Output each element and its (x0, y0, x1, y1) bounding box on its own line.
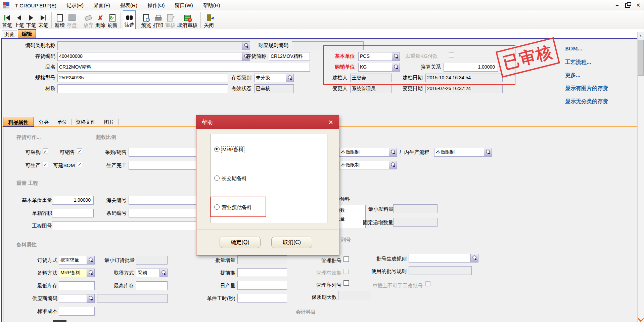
scrollbar-thumb[interactable] (638, 40, 644, 76)
minimize-button[interactable]: – (614, 2, 620, 8)
delete-button[interactable]: ✘ 删除 (94, 10, 106, 29)
batch-rule-field[interactable] (409, 254, 478, 263)
tab-browse[interactable]: 浏览 (2, 31, 17, 38)
subtab-qualification[interactable]: 资格文件 (72, 119, 100, 125)
lookup-icon[interactable] (242, 42, 250, 50)
subtab-category[interactable]: 分类 (35, 119, 53, 125)
scroll-up-icon[interactable]: ∧ (638, 32, 644, 40)
lookup-icon[interactable] (389, 161, 397, 169)
field-value: 250*240*35 (59, 75, 84, 80)
subtab-unit[interactable]: 单位 (53, 119, 72, 125)
lookup-icon[interactable] (286, 74, 293, 82)
box-volume-field[interactable] (52, 209, 94, 217)
next-record-button[interactable]: 下笔 (25, 10, 37, 29)
kg-pay-label: 以重量KG付款 (405, 53, 438, 59)
dialog-option-mrp-label[interactable]: MRP备料 (222, 147, 244, 153)
material-field[interactable] (57, 84, 228, 93)
prep-method-field[interactable]: MRP备料 (59, 269, 95, 277)
unit-time-field[interactable] (237, 294, 287, 303)
barcode-field[interactable] (129, 209, 200, 217)
dialog-option-longlead-label[interactable]: 长交期备料 (222, 175, 247, 182)
lookup-icon[interactable] (87, 256, 94, 264)
menu-item-tgroup[interactable]: T-GROUP ERP(E) (15, 3, 56, 8)
conversion-field[interactable]: 1.00000 (444, 63, 498, 72)
can-produce-checkbox[interactable]: ✓ (43, 162, 48, 167)
menu-item-help[interactable]: 帮助(H) (203, 2, 220, 9)
scroll-down-icon[interactable] (638, 316, 644, 322)
product-name-field[interactable]: CR12MOV精料 (57, 63, 310, 72)
drawing-field[interactable] (52, 222, 200, 230)
link-more[interactable]: 更多... (565, 72, 580, 79)
cancel-audit-button[interactable]: ✕ 取消审核 (176, 10, 198, 29)
lead-time-field[interactable] (237, 268, 287, 277)
lookup-icon[interactable] (470, 254, 478, 262)
rule-code-label: 对应规则编码 (253, 42, 288, 49)
restriction-field-1[interactable]: 不做限制 (339, 148, 397, 157)
print-button[interactable]: 打印 (152, 10, 164, 29)
lookup-icon[interactable] (392, 52, 400, 61)
menu-item-report[interactable]: 报表(R) (120, 2, 137, 9)
subtab-image[interactable]: 图片 (100, 119, 119, 125)
lookup-icon[interactable] (87, 294, 94, 303)
prod-done-ratio-field[interactable] (129, 161, 200, 170)
daily-output-field[interactable] (237, 281, 287, 290)
last-record-button[interactable]: 末笔 (37, 10, 49, 29)
link-bom[interactable]: BOM... (565, 46, 582, 52)
link-show-unclassified[interactable]: 显示无分类的存货 (565, 98, 608, 105)
first-record-button[interactable]: 首笔 (1, 10, 13, 29)
dialog-radio-longlead[interactable] (214, 175, 220, 181)
lookup-icon[interactable] (484, 148, 492, 156)
menu-item-operate[interactable]: 操作(O) (147, 2, 165, 9)
restore-button[interactable] (625, 3, 630, 8)
close-button[interactable]: ✕ (635, 2, 642, 8)
link-show-with-images[interactable]: 显示有图片的存货 (565, 85, 608, 92)
code-category-field[interactable] (57, 41, 250, 50)
unit-weight-field[interactable]: 1.00000 (52, 196, 94, 205)
can-sell-checkbox[interactable]: ✓ (77, 149, 82, 154)
base-unit-field[interactable]: PCS (358, 52, 400, 61)
lookup-icon[interactable] (87, 269, 94, 277)
filter-button[interactable]: 筛选 (123, 10, 136, 29)
dialog-close-icon[interactable]: ✕ (327, 118, 335, 126)
shelf-days-label: 保质期天数 (311, 294, 337, 300)
lookup-icon[interactable] (389, 148, 397, 156)
max-stock-field[interactable] (136, 281, 168, 290)
manage-batch-checkbox[interactable] (343, 256, 349, 262)
min-stock-field[interactable] (59, 281, 95, 290)
exit-door-icon: ◀ (207, 13, 211, 22)
acquire-mode-field[interactable]: 采购 (136, 269, 168, 277)
preview-button[interactable]: 预览 (140, 10, 152, 29)
subtab-item-attributes[interactable]: 料品属性 (3, 117, 34, 127)
std-cost-field[interactable] (59, 307, 95, 316)
dialog-ok-button[interactable]: 确定(Q) (220, 237, 261, 248)
dialog-cancel-button[interactable]: 取消(C) (271, 237, 312, 248)
inv-level-field[interactable]: 未分级 (254, 74, 294, 82)
manage-serial-checkbox[interactable] (343, 280, 349, 286)
can-buy-checkbox[interactable]: ✓ (43, 149, 48, 154)
restriction-field-2[interactable]: 不做限制 (339, 161, 397, 169)
refresh-button[interactable]: ↻ 刷新 (106, 10, 119, 29)
menu-item-interface[interactable]: 界面(F) (94, 2, 110, 9)
dialog-titlebar[interactable]: 帮助 (196, 116, 339, 129)
inv-abbr-field[interactable]: CR12MOV精料 (269, 52, 310, 61)
order-mode-field[interactable]: 按需求量 (59, 256, 95, 265)
lookup-icon[interactable] (392, 63, 400, 71)
menu-item-record[interactable]: 记录(R) (66, 2, 84, 9)
link-process-flow[interactable]: 工艺流程... (565, 59, 591, 66)
customs-field[interactable] (129, 196, 200, 205)
inv-code-field[interactable]: 400400008 (57, 52, 250, 61)
menu-item-window[interactable]: 窗口(W) (175, 2, 193, 9)
new-button[interactable]: 新增 (54, 10, 66, 29)
can-bom-checkbox[interactable]: ✓ (77, 162, 82, 167)
spec-field[interactable]: 250*240*35 (57, 74, 228, 82)
lookup-icon[interactable] (159, 269, 167, 277)
factory-flow-field[interactable]: 不做限制 (434, 148, 492, 157)
vertical-scrollbar[interactable]: ∧ (637, 32, 644, 322)
dialog-radio-mrp[interactable] (214, 147, 220, 152)
close-form-button[interactable]: ◀ 关闭 (203, 10, 215, 29)
prev-record-button[interactable]: 上笔 (13, 10, 25, 29)
trade-unit-field[interactable]: KG (358, 63, 400, 72)
tab-edit[interactable]: 编辑 (18, 29, 36, 38)
po-sale-ratio-field[interactable] (129, 148, 200, 157)
supplier-field[interactable] (59, 294, 95, 303)
